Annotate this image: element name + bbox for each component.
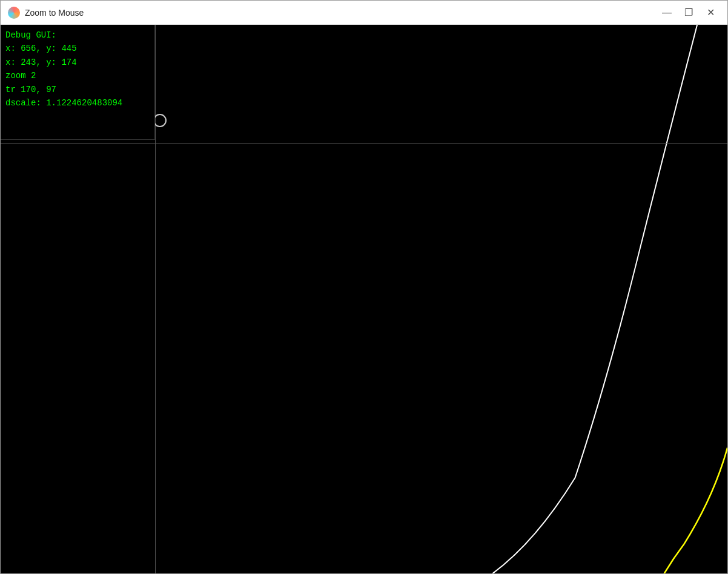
debug-label: Debug GUI: <box>5 28 150 42</box>
crosshair-vertical <box>155 25 156 573</box>
debug-mouse-canvas: x: 243, y: 174 <box>5 56 150 69</box>
minimize-button[interactable]: — <box>657 5 677 20</box>
title-bar: Zoom to Mouse — ❐ ✕ <box>1 1 727 25</box>
close-button[interactable]: ✕ <box>701 5 720 20</box>
cursor-indicator <box>153 114 167 127</box>
window-title: Zoom to Mouse <box>25 8 657 18</box>
main-window: Zoom to Mouse — ❐ ✕ Debug GUI: x: 656, y… <box>0 0 728 574</box>
canvas-area[interactable]: Debug GUI: x: 656, y: 445 x: 243, y: 174… <box>1 25 727 573</box>
crosshair-horizontal <box>1 143 727 144</box>
app-icon <box>8 7 20 19</box>
debug-panel: Debug GUI: x: 656, y: 445 x: 243, y: 174… <box>1 25 155 140</box>
debug-zoom: zoom 2 <box>5 69 150 82</box>
debug-mouse-screen: x: 656, y: 445 <box>5 42 150 55</box>
debug-dscale: dscale: 1.1224620483094 <box>5 96 150 110</box>
window-controls: — ❐ ✕ <box>657 5 720 20</box>
maximize-button[interactable]: ❐ <box>679 5 698 20</box>
debug-tr: tr 170, 97 <box>5 83 150 96</box>
